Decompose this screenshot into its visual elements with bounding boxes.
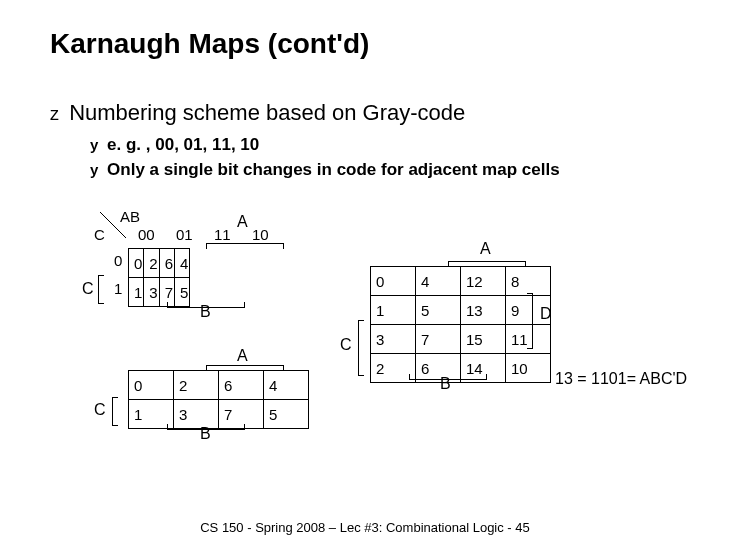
kmap4-var-c: C (340, 336, 352, 354)
kmap1-row-1: 1 (114, 280, 122, 297)
kmap1-bracket-b (167, 302, 245, 308)
kmap1-cell: 3 (144, 278, 159, 307)
kmap2-cell: 2 (174, 371, 219, 400)
kmap4-cell: 13 (461, 296, 506, 325)
kmap1-col-11: 11 (214, 226, 231, 243)
kmap1-row-0: 0 (114, 252, 122, 269)
kmap1-cell: 1 (129, 278, 144, 307)
kmap1-col-00: 00 (138, 226, 155, 243)
kmap2-cell: 4 (264, 371, 309, 400)
bullet-sub-2-text: Only a single bit changes in code for ad… (107, 160, 560, 179)
kmap4-cell: 8 (506, 267, 551, 296)
kmap4-bracket-c (358, 320, 364, 376)
kmap4-cell: 15 (461, 325, 506, 354)
kmap1-col-10: 10 (252, 226, 269, 243)
kmap4-bracket-b (409, 374, 487, 380)
kmap4-cell: 3 (371, 325, 416, 354)
kmap1-c-label: C (94, 226, 105, 243)
kmap1-cell: 4 (175, 249, 190, 278)
kmap4-cell: 10 (506, 354, 551, 383)
kmap1-var-c: C (82, 280, 94, 298)
kmap1-cell: 0 (129, 249, 144, 278)
kmap1-col-01: 01 (176, 226, 193, 243)
kmap4-bracket-d (527, 293, 533, 349)
kmap1-cell: 6 (159, 249, 174, 278)
bullet-glyph-z: z (50, 104, 59, 124)
kmap4-cell: 1 (371, 296, 416, 325)
slide-footer: CS 150 - Spring 2008 – Lec #3: Combinati… (0, 520, 730, 535)
kmap4-cell: 7 (416, 325, 461, 354)
kmap2-bracket-b (167, 424, 245, 430)
kmap4-bracket-a (448, 261, 526, 267)
kmap2-cell: 0 (129, 371, 174, 400)
kmap4-cell: 5 (416, 296, 461, 325)
kmap1-bracket-a (206, 243, 284, 249)
kmap4-cell: 4 (416, 267, 461, 296)
bullet-sub-2: y Only a single bit changes in code for … (90, 160, 560, 180)
kmap4-cell: 0 (371, 267, 416, 296)
kmap2-cell: 5 (264, 400, 309, 429)
kmap2-bracket-c (112, 397, 118, 426)
kmap-bottom-left: 0 2 6 4 1 3 7 5 (128, 370, 309, 429)
kmap2-cell: 6 (219, 371, 264, 400)
kmap2-var-a: A (237, 347, 248, 365)
kmap4-cell: 12 (461, 267, 506, 296)
kmap1-bracket-c (98, 275, 104, 304)
kmap1-cell: 2 (144, 249, 159, 278)
kmap2-var-c: C (94, 401, 106, 419)
bullet-main-text: Numbering scheme based on Gray-code (69, 100, 465, 125)
bullet-main: z Numbering scheme based on Gray-code (50, 100, 465, 126)
annotation-13: 13 = 1101= ABC'D (555, 370, 687, 388)
kmap4-var-a: A (480, 240, 491, 258)
kmap2-bracket-a (206, 365, 284, 371)
kmap1-var-a: A (237, 213, 248, 231)
bullet-glyph-y: y (90, 161, 98, 178)
kmap4-var-d: D (540, 305, 552, 323)
bullet-sub-1-text: e. g. , 00, 01, 11, 10 (107, 135, 259, 154)
bullet-sub-1: y e. g. , 00, 01, 11, 10 (90, 135, 259, 155)
slide-title: Karnaugh Maps (cont'd) (50, 28, 369, 60)
bullet-glyph-y: y (90, 136, 98, 153)
kmap-4var: 0 4 12 8 1 5 13 9 3 7 15 11 2 6 14 10 (370, 266, 551, 383)
kmap1-ab-label: AB (120, 208, 140, 225)
